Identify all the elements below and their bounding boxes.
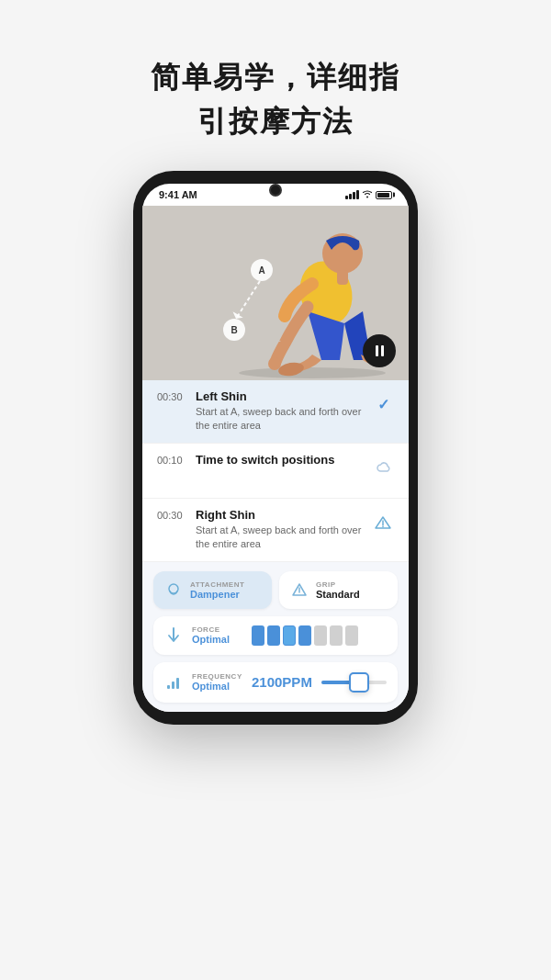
frequency-info: FREQUENCY Optimal: [192, 672, 242, 692]
force-icon: [164, 626, 183, 645]
step-status-icon-2: [372, 456, 394, 479]
frequency-ppm: 2100PPM: [252, 674, 312, 690]
camera-cutout: [269, 184, 282, 197]
frequency-slider[interactable]: [321, 671, 387, 693]
force-label: FORCE: [192, 625, 242, 634]
slider-thumb[interactable]: [349, 672, 369, 693]
video-area: A B: [142, 206, 409, 380]
status-icons: [345, 189, 392, 200]
cloud-icon: [374, 460, 392, 475]
status-time: 9:41 AM: [159, 189, 197, 200]
frequency-value: Optimal: [192, 681, 242, 692]
grip-value: Standard: [316, 589, 360, 600]
force-info: FORCE Optimal: [192, 625, 242, 645]
svg-rect-17: [172, 681, 174, 689]
settings-area: ATTACHMENT Dampener GRIP: [142, 562, 409, 712]
grip-icon: [290, 580, 309, 599]
force-row: FORCE Optimal: [153, 616, 398, 655]
svg-text:A: A: [258, 265, 264, 276]
force-bar-1: [252, 625, 264, 646]
phone-screen: 9:41 AM: [142, 184, 409, 712]
pause-icon: [376, 345, 384, 356]
svg-rect-16: [167, 685, 170, 689]
page-title: 简单易学，详细指 引按摩方法: [151, 55, 400, 143]
signal-bars-icon: [345, 190, 359, 199]
force-bar-6: [330, 625, 343, 646]
step-status-icon-1: ✓: [372, 393, 394, 415]
steps-list: 00:30 Left Shin Start at A, sweep back a…: [142, 380, 409, 562]
step-item-switch[interactable]: 00:10 Time to switch positions: [142, 444, 409, 499]
svg-point-1: [239, 367, 386, 378]
frequency-icon: [164, 673, 183, 692]
phone-frame: 9:41 AM: [133, 171, 418, 725]
svg-text:B: B: [231, 325, 237, 335]
step-time-3: 00:30: [157, 508, 186, 521]
battery-icon: [376, 191, 392, 199]
step-time-1: 00:30: [157, 389, 186, 402]
step-content-1: Left Shin Start at A, sweep back and for…: [196, 389, 365, 434]
attachment-value: Dampener: [190, 589, 244, 600]
attachment-info: ATTACHMENT Dampener: [190, 580, 244, 600]
step-content-3: Right Shin Start at A, sweep back and fo…: [196, 508, 365, 552]
title-section: 简单易学，详细指 引按摩方法: [114, 55, 437, 143]
svg-point-6: [268, 357, 281, 370]
wifi-icon: [362, 189, 373, 200]
status-bar: 9:41 AM: [142, 184, 409, 206]
force-bar-2: [267, 625, 280, 646]
step-title-2: Time to switch positions: [196, 453, 365, 467]
checkmark-icon: ✓: [377, 396, 389, 413]
triangle-icon: [374, 513, 392, 532]
attachment-label: ATTACHMENT: [190, 580, 244, 589]
pause-button[interactable]: [363, 334, 396, 367]
attachment-icon: [164, 580, 183, 599]
force-bar-4: [298, 625, 311, 646]
step-title-3: Right Shin: [196, 508, 365, 522]
force-bar-7: [345, 625, 358, 646]
step-time-2: 00:10: [157, 453, 186, 466]
svg-rect-4: [337, 270, 348, 285]
step-desc-1: Start at A, sweep back and forth over th…: [196, 405, 365, 434]
step-content-2: Time to switch positions: [196, 453, 365, 468]
attachment-card[interactable]: ATTACHMENT Dampener: [153, 571, 272, 609]
step-status-icon-3: [372, 512, 394, 534]
force-value: Optimal: [192, 634, 242, 645]
force-bar-3: [283, 625, 296, 646]
step-title-1: Left Shin: [196, 389, 365, 403]
grip-info: GRIP Standard: [316, 580, 360, 600]
grip-card[interactable]: GRIP Standard: [279, 571, 398, 609]
step-desc-3: Start at A, sweep back and forth over th…: [196, 524, 365, 552]
step-item-left-shin[interactable]: 00:30 Left Shin Start at A, sweep back a…: [142, 380, 409, 444]
step-item-right-shin[interactable]: 00:30 Right Shin Start at A, sweep back …: [142, 499, 409, 562]
force-bar-5: [314, 625, 327, 646]
svg-point-14: [382, 525, 384, 527]
svg-rect-18: [176, 678, 179, 689]
frequency-row: FREQUENCY Optimal 2100PPM: [153, 662, 398, 703]
phone-mockup: 9:41 AM: [133, 171, 418, 725]
attachment-grip-row: ATTACHMENT Dampener GRIP: [153, 571, 398, 609]
grip-label: GRIP: [316, 580, 360, 589]
frequency-label: FREQUENCY: [192, 672, 242, 681]
force-bars: [252, 625, 358, 646]
